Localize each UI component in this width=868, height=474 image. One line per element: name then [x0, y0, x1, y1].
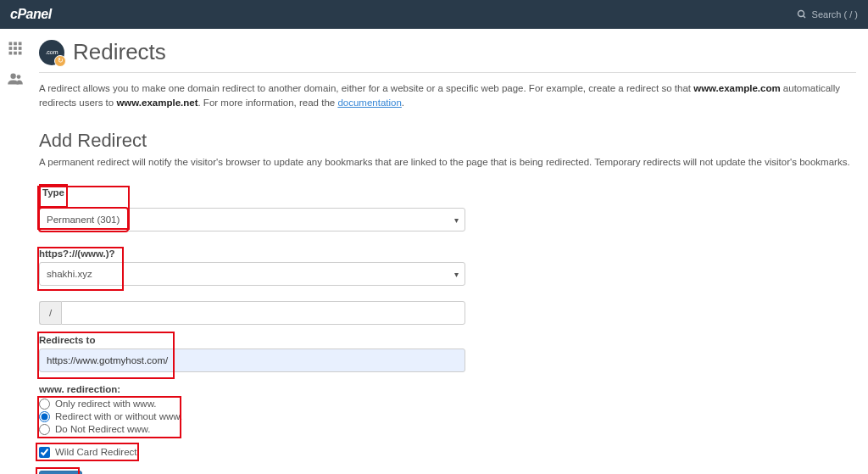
- svg-rect-8: [9, 52, 13, 55]
- wildcard-check[interactable]: Wild Card Redirect: [39, 446, 137, 459]
- sidebar: [0, 29, 31, 474]
- intro-text: A redirect allows you to make one domain…: [39, 81, 856, 111]
- path-prefix: /: [39, 301, 61, 325]
- wildcard-checkbox-input[interactable]: [39, 447, 50, 458]
- search-icon: [797, 9, 807, 20]
- redirects-to-label: Redirects to: [39, 335, 856, 345]
- add-redirect-title: Add Redirect: [39, 130, 856, 152]
- domain-select[interactable]: shakhi.xyz: [39, 262, 465, 286]
- svg-point-12: [17, 75, 21, 79]
- svg-point-0: [798, 11, 804, 17]
- add-redirect-desc: A permanent redirect will notify the vis…: [39, 157, 856, 167]
- svg-rect-2: [9, 42, 13, 46]
- page-title: Redirects: [73, 39, 166, 65]
- redirects-to-group: Redirects to: [39, 335, 856, 372]
- www-redirection-group: www. redirection: Only redirect with www…: [39, 384, 856, 436]
- search-placeholder: Search ( / ): [812, 9, 858, 20]
- topbar: cPanel Search ( / ): [0, 0, 868, 29]
- www-radio-none-input[interactable]: [39, 424, 50, 435]
- svg-rect-7: [19, 47, 22, 50]
- page-header: .com ↻ Redirects: [39, 39, 856, 65]
- svg-rect-5: [9, 47, 13, 50]
- main-layout: .com ↻ Redirects A redirect allows you t…: [0, 29, 868, 474]
- svg-rect-6: [14, 47, 17, 50]
- www-radio-only[interactable]: Only redirect with www.: [39, 398, 856, 410]
- users-icon[interactable]: [7, 72, 24, 90]
- redirects-to-input[interactable]: [39, 349, 465, 372]
- redirect-badge-icon: ↻: [54, 55, 66, 67]
- path-field-group: /: [39, 301, 856, 325]
- add-button[interactable]: Add: [39, 471, 82, 475]
- svg-point-11: [10, 74, 15, 79]
- documentation-link[interactable]: documentation: [337, 98, 401, 108]
- add-button-group: Add: [39, 471, 856, 475]
- domain-label: https?://(www.)?: [39, 248, 856, 259]
- search-area[interactable]: Search ( / ): [797, 9, 858, 20]
- redirects-icon: .com ↻: [39, 40, 64, 65]
- wildcard-group: Wild Card Redirect: [39, 446, 856, 460]
- svg-line-1: [803, 16, 805, 19]
- www-radio-none[interactable]: Do Not Redirect www.: [39, 423, 856, 436]
- apps-grid-icon[interactable]: [8, 41, 23, 60]
- www-radio-both[interactable]: Redirect with or without www.: [39, 410, 856, 423]
- svg-rect-9: [14, 52, 17, 55]
- content: .com ↻ Redirects A redirect allows you t…: [31, 29, 868, 474]
- svg-rect-3: [14, 42, 17, 46]
- www-radio-both-input[interactable]: [39, 411, 50, 422]
- svg-rect-4: [19, 42, 22, 46]
- domain-field-group: https?://(www.)? shakhi.xyz: [39, 248, 856, 286]
- type-select[interactable]: [39, 208, 128, 231]
- svg-rect-10: [19, 52, 22, 55]
- divider: [39, 72, 856, 73]
- www-redirection-label: www. redirection:: [39, 384, 856, 394]
- path-input[interactable]: [61, 301, 465, 325]
- type-label: Type: [42, 187, 64, 198]
- cpanel-logo[interactable]: cPanel: [10, 7, 52, 22]
- www-radio-only-input[interactable]: [39, 399, 50, 410]
